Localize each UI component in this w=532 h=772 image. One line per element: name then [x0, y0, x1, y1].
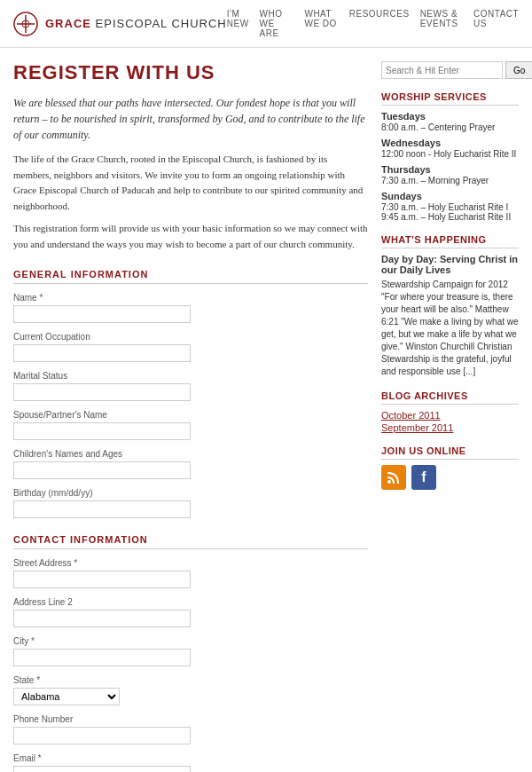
spouse-label: Spouse/Partner's Name	[13, 410, 368, 420]
worship-event-1: 12:00 noon - Holy Eucharist Rite II	[381, 149, 519, 159]
children-input[interactable]	[13, 461, 191, 479]
worship-day-0: Tuesdays	[381, 111, 519, 122]
rss-icon[interactable]	[381, 465, 406, 490]
search-row: Go	[381, 61, 519, 79]
worship-sundays: Sundays 7:30 a.m. – Holy Eucharist Rite …	[381, 191, 519, 222]
state-label: State *	[13, 675, 368, 685]
address2-input[interactable]	[13, 610, 191, 627]
occupation-field-group: Current Occupation	[13, 332, 368, 362]
city-label: City *	[13, 636, 368, 646]
state-field-group: State * Alabama	[13, 675, 368, 705]
email-label: Email *	[13, 753, 368, 763]
street-label: Street Address *	[13, 558, 368, 568]
section-general-title: GENERAL INFORMATION	[13, 269, 368, 284]
logo-icon	[13, 12, 38, 36]
facebook-icon[interactable]: f	[411, 465, 436, 490]
spouse-field-group: Spouse/Partner's Name	[13, 410, 368, 440]
street-field-group: Street Address *	[13, 558, 368, 588]
marital-label: Marital Status	[13, 371, 368, 381]
marital-field-group: Marital Status	[13, 371, 368, 401]
sidebar: Go WORSHIP SERVICES Tuesdays 8:00 a.m. –…	[381, 61, 519, 772]
worship-day-1: Wednesdays	[381, 138, 519, 148]
children-label: Children's Names and Ages	[13, 449, 368, 459]
worship-event-3: 7:30 a.m. – Holy Eucharist Rite I 9:45 a…	[381, 202, 519, 222]
online-title: JOIN US ONLINE	[381, 445, 519, 460]
worship-wednesdays: Wednesdays 12:00 noon - Holy Eucharist R…	[381, 138, 519, 159]
svg-point-4	[387, 480, 391, 484]
birthday-field-group: Birthday (mm/dd/yy)	[13, 488, 368, 518]
body-text-2: This registration form will provide us w…	[13, 221, 368, 252]
worship-tuesdays: Tuesdays 8:00 a.m. – Centering Prayer	[381, 111, 519, 132]
occupation-input[interactable]	[13, 344, 191, 362]
marital-input[interactable]	[13, 383, 191, 401]
intro-text: We are blessed that our paths have inter…	[13, 95, 368, 143]
address2-field-group: Address Line 2	[13, 597, 368, 627]
body-text-1: The life of the Grace Church, rooted in …	[13, 152, 368, 214]
nav-contact-us[interactable]: CONTACT US	[473, 9, 519, 38]
logo-text: GRACE EPISCOPAL CHURCH	[45, 17, 227, 30]
name-label: Name *	[13, 293, 368, 303]
state-select[interactable]: Alabama	[13, 688, 120, 705]
rss-svg	[386, 469, 402, 485]
main-nav: I'M NEW WHO WE ARE WHAT WE DO RESOURCES …	[227, 9, 519, 38]
post-title: Day by Day: Serving Christ in our Daily …	[381, 254, 519, 275]
happening-title: WHAT'S HAPPENING	[381, 234, 519, 248]
address2-label: Address Line 2	[13, 597, 368, 607]
worship-thursdays: Thursdays 7:30 a.m. – Morning Prayer	[381, 164, 519, 185]
occupation-label: Current Occupation	[13, 332, 368, 342]
phone-field-group: Phone Number	[13, 714, 368, 744]
section-contact-title: CONTACT INFORMATION	[13, 534, 368, 549]
worship-day-3: Sundays	[381, 191, 519, 201]
street-input[interactable]	[13, 571, 191, 588]
birthday-label: Birthday (mm/dd/yy)	[13, 488, 368, 498]
nav-who-we-are[interactable]: WHO WE ARE	[260, 9, 294, 38]
nav-news-events[interactable]: NEWS & EVENTS	[420, 9, 463, 38]
spouse-input[interactable]	[13, 422, 191, 440]
archive-link-1[interactable]: September 2011	[381, 422, 519, 433]
post-text: Stewardship Campaign for 2012 "For where…	[381, 279, 519, 378]
content-wrapper: REGISTER WITH US We are blessed that our…	[0, 48, 532, 772]
archives-title: BLOG ARCHIVES	[381, 390, 519, 405]
archive-link-0[interactable]: October 2011	[381, 410, 519, 421]
children-field-group: Children's Names and Ages	[13, 449, 368, 479]
city-field-group: City *	[13, 636, 368, 666]
worship-event-2: 7:30 a.m. – Morning Prayer	[381, 176, 519, 185]
nav-im-new[interactable]: I'M NEW	[227, 9, 249, 38]
nav-resources[interactable]: RESOURCES	[349, 9, 410, 38]
phone-input[interactable]	[13, 727, 191, 744]
phone-label: Phone Number	[13, 714, 368, 724]
page-title: REGISTER WITH US	[13, 61, 368, 84]
name-input[interactable]	[13, 305, 191, 323]
email-field-group: Email *	[13, 753, 368, 772]
search-input[interactable]	[381, 61, 503, 79]
search-button[interactable]: Go	[505, 61, 532, 79]
name-field-group: Name *	[13, 293, 368, 323]
worship-day-2: Thursdays	[381, 164, 519, 175]
worship-event-0: 8:00 a.m. – Centering Prayer	[381, 122, 519, 132]
email-input[interactable]	[13, 766, 191, 772]
nav-what-we-do[interactable]: WHAT WE DO	[304, 9, 338, 38]
birthday-input[interactable]	[13, 500, 191, 518]
logo-area: GRACE EPISCOPAL CHURCH	[13, 12, 227, 36]
worship-services-title: WORSHIP SERVICES	[381, 91, 519, 106]
main-content: REGISTER WITH US We are blessed that our…	[13, 61, 368, 772]
header: GRACE EPISCOPAL CHURCH I'M NEW WHO WE AR…	[0, 0, 532, 48]
city-input[interactable]	[13, 649, 191, 666]
social-icons: f	[381, 465, 519, 490]
